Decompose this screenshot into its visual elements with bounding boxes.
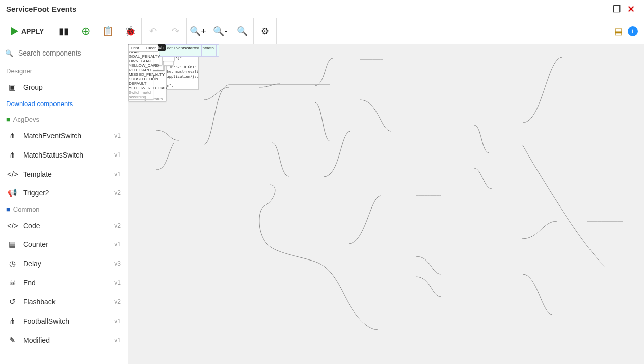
folder-common[interactable]: ■ Common <box>0 202 128 216</box>
wires-layer <box>128 44 644 364</box>
sidebar-item-matcheventswitch[interactable]: ⋔MatchEventSwitchv1 <box>0 126 128 145</box>
titlebar: ServiceFoot Events ❐ ✕ <box>0 0 644 18</box>
sidebar-item-template[interactable]: </>Templatev1 <box>0 165 128 183</box>
sidebar-item-matchstatusswitch[interactable]: ⋔MatchStatusSwitchv1 <box>0 145 128 165</box>
zoom-out-button[interactable]: 🔍- <box>209 18 231 44</box>
sidebar-item-code[interactable]: </>Codev2 <box>0 216 128 235</box>
add-button[interactable]: ⊕ <box>75 18 97 44</box>
book-icon[interactable]: ▤ <box>614 26 623 37</box>
sidebar-item-modified[interactable]: ✎Modifiedv1 <box>0 331 128 350</box>
sidebar: 🔍 Designer ▣ Group Download components ■… <box>0 44 128 364</box>
folder-icon: ■ <box>6 205 10 213</box>
sidebar-item-flashback[interactable]: ↺Flashbackv2 <box>0 292 128 311</box>
debug-button[interactable]: 🐞 <box>119 18 141 44</box>
sidebar-item-footballswitch[interactable]: ⋔FootballSwitchv1 <box>0 311 128 331</box>
redo-button[interactable]: ↷ <box>164 18 186 44</box>
sidebar-item-trigger2[interactable]: 📢Trigger2v2 <box>0 183 128 202</box>
flashback-icon: ↺ <box>7 297 17 306</box>
pause-button[interactable]: ▮▮ <box>52 18 75 44</box>
toolbar: APPLY ▮▮ ⊕ 📋 🐞 ↶ ↷ 🔍+ 🔍- 🔍 ⚙ ▤ i <box>0 18 644 44</box>
search-input[interactable] <box>17 48 123 58</box>
apply-button[interactable]: APPLY <box>3 18 52 44</box>
clock-icon: ◷ <box>7 259 17 268</box>
skull-icon: ☠ <box>7 278 17 287</box>
sidebar-item-end[interactable]: ☠Endv1 <box>0 273 128 292</box>
folder-icon: ■ <box>6 116 10 123</box>
sidebar-item-delay[interactable]: ◷Delayv3 <box>0 254 128 273</box>
dup-window-icon[interactable]: ❐ <box>610 2 624 16</box>
zoom-in-button[interactable]: 🔍+ <box>187 18 209 44</box>
close-icon[interactable]: ✕ <box>624 2 638 16</box>
info-icon[interactable]: i <box>628 26 638 36</box>
designer-group[interactable]: ▣ Group <box>0 78 128 97</box>
node-matcheventswitch[interactable]: Input GOAL GOAL_PENALTY OWN_GOAL YELLOW_… <box>128 44 153 100</box>
folder-acgdevs[interactable]: ■ AcgDevs <box>0 113 128 126</box>
group-icon: ▣ <box>7 83 17 92</box>
designer-label: Designer <box>0 62 128 78</box>
code-icon: </> <box>7 170 17 178</box>
page-title: ServiceFoot Events <box>6 5 76 13</box>
search-icon: 🔍 <box>5 49 13 57</box>
settings-button[interactable]: ⚙ <box>254 18 276 44</box>
node-print-bottom[interactable]: Print Clear <box>128 44 158 52</box>
download-components-link[interactable]: Download components <box>0 97 128 113</box>
undo-button[interactable]: ↶ <box>142 18 164 44</box>
flow-canvas[interactable]: ◂ Trigger2 Run Random 30000ms 85379 Outp… <box>128 44 644 364</box>
search-box: 🔍 <box>0 44 128 62</box>
zoom-fit-button[interactable]: 🔍 <box>231 18 253 44</box>
play-icon <box>11 27 18 35</box>
clipboard-button[interactable]: 📋 <box>97 18 119 44</box>
megaphone-icon: 📢 <box>7 188 17 197</box>
sidebar-item-counter[interactable]: ▤Counterv1 <box>0 235 128 254</box>
apply-label: APPLY <box>21 27 44 35</box>
